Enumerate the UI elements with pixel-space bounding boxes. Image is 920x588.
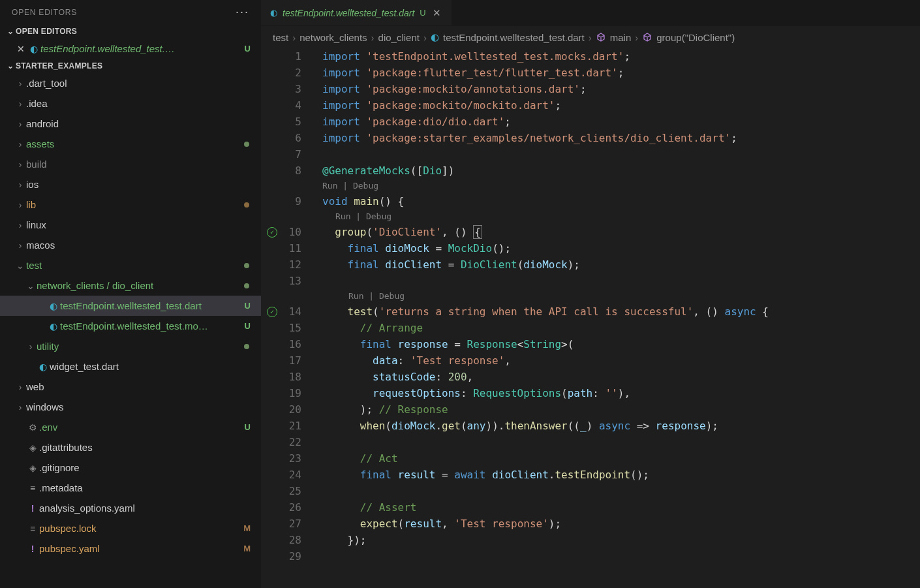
line-number[interactable]: 10: [283, 224, 301, 240]
folder-item[interactable]: ›windows: [0, 397, 261, 417]
folder-item[interactable]: ›ios: [0, 174, 261, 194]
code-line[interactable]: void main() {: [322, 193, 920, 209]
project-section-header[interactable]: ⌄ STARTER_EXAMPLES: [0, 59, 261, 73]
code-content[interactable]: import 'testEndpoint.welltested_test.moc…: [309, 48, 920, 588]
code-line[interactable]: final dioClient = DioClient(dioMock);: [322, 256, 920, 273]
close-icon[interactable]: ✕: [14, 44, 27, 54]
file-item[interactable]: ◐testEndpoint.welltested_test.dartU: [0, 296, 261, 316]
line-number[interactable]: 8: [283, 162, 301, 179]
line-number[interactable]: 26: [283, 499, 301, 516]
file-item[interactable]: !analysis_options.yaml: [0, 498, 261, 518]
code-line[interactable]: [322, 434, 920, 450]
code-line[interactable]: requestOptions: RequestOptions(path: '')…: [322, 385, 920, 401]
code-line[interactable]: });: [322, 532, 920, 548]
folder-item[interactable]: ›build: [0, 154, 261, 174]
line-number[interactable]: 21: [283, 418, 301, 434]
line-number[interactable]: 3: [283, 81, 301, 97]
folder-item[interactable]: ›utility: [0, 336, 261, 356]
file-item[interactable]: ⚙.envU: [0, 417, 261, 437]
code-line[interactable]: final result = await dioClient.testEndpo…: [322, 467, 920, 483]
close-icon[interactable]: ✕: [431, 7, 442, 19]
code-editor[interactable]: ✓✓ 1234567891011121314151617181920212223…: [261, 48, 920, 588]
file-item[interactable]: ◐widget_test.dart: [0, 356, 261, 377]
line-number[interactable]: 14: [283, 303, 301, 320]
line-number[interactable]: 11: [283, 240, 301, 256]
file-item[interactable]: !pubspec.yamlM: [0, 538, 261, 559]
code-line[interactable]: // Act: [322, 450, 920, 467]
breadcrumb-item[interactable]: network_clients: [299, 32, 367, 43]
code-line[interactable]: @GenerateMocks([Dio]): [322, 162, 920, 179]
code-line[interactable]: expect(result, 'Test response');: [322, 516, 920, 532]
code-line[interactable]: data: 'Test response',: [322, 352, 920, 369]
folder-item[interactable]: ›android: [0, 114, 261, 134]
code-line[interactable]: // Assert: [322, 499, 920, 516]
line-number[interactable]: 9: [283, 193, 301, 209]
code-line[interactable]: [322, 273, 920, 289]
line-number[interactable]: 13: [283, 273, 301, 289]
line-number[interactable]: 17: [283, 352, 301, 369]
test-pass-icon[interactable]: ✓: [267, 227, 277, 238]
code-line[interactable]: group('DioClient', () {: [322, 224, 920, 240]
code-line[interactable]: test('returns a string when the API call…: [322, 303, 920, 320]
line-number[interactable]: 25: [283, 483, 301, 499]
codelens[interactable]: Run | Debug: [322, 289, 920, 303]
file-item[interactable]: ◈.gitignore: [0, 457, 261, 478]
line-number[interactable]: 24: [283, 467, 301, 483]
line-number[interactable]: 6: [283, 130, 301, 146]
line-number[interactable]: 22: [283, 434, 301, 450]
code-line[interactable]: import 'package:flutter_test/flutter_tes…: [322, 65, 920, 81]
open-editor-item[interactable]: ✕ ◐ testEndpoint.welltested_test.… U: [0, 39, 261, 59]
folder-item[interactable]: ›.dart_tool: [0, 73, 261, 93]
breadcrumb-item[interactable]: test: [273, 32, 288, 43]
line-number[interactable]: 2: [283, 65, 301, 81]
folder-item[interactable]: ›assets: [0, 134, 261, 154]
file-item[interactable]: ◈.gitattributes: [0, 437, 261, 457]
test-pass-icon[interactable]: ✓: [267, 307, 277, 317]
line-number[interactable]: 5: [283, 114, 301, 130]
code-line[interactable]: when(dioMock.get(any)).thenAnswer((_) as…: [322, 418, 920, 434]
code-line[interactable]: import 'package:mockito/mockito.dart';: [322, 97, 920, 114]
code-line[interactable]: import 'package:dio/dio.dart';: [322, 114, 920, 130]
code-line[interactable]: final dioMock = MockDio();: [322, 240, 920, 256]
code-line[interactable]: final response = Response<String>(: [322, 336, 920, 352]
folder-item[interactable]: ⌄test: [0, 255, 261, 275]
breadcrumb-item[interactable]: main: [596, 32, 632, 43]
line-number[interactable]: 19: [283, 385, 301, 401]
line-number[interactable]: 20: [283, 401, 301, 418]
code-line[interactable]: statusCode: 200,: [322, 369, 920, 385]
code-line[interactable]: [322, 483, 920, 499]
code-line[interactable]: import 'package:starter_examples/network…: [322, 130, 920, 146]
folder-item[interactable]: ›macos: [0, 235, 261, 255]
line-number[interactable]: 28: [283, 532, 301, 548]
folder-item[interactable]: ›.idea: [0, 93, 261, 114]
line-number[interactable]: 15: [283, 320, 301, 336]
line-number[interactable]: 27: [283, 516, 301, 532]
line-number[interactable]: 29: [283, 548, 301, 565]
folder-item[interactable]: ›linux: [0, 215, 261, 235]
folder-item[interactable]: ⌄network_clients / dio_client: [0, 275, 261, 296]
line-number[interactable]: 12: [283, 256, 301, 273]
codelens[interactable]: Run | Debug: [322, 209, 920, 224]
codelens[interactable]: Run | Debug: [322, 179, 920, 193]
folder-item[interactable]: ›lib: [0, 194, 261, 215]
code-line[interactable]: import 'package:mockito/annotations.dart…: [322, 81, 920, 97]
code-line[interactable]: ); // Response: [322, 401, 920, 418]
file-item[interactable]: ◐testEndpoint.welltested_test.mo…U: [0, 316, 261, 336]
breadcrumb-item[interactable]: dio_client: [378, 32, 420, 43]
line-number[interactable]: 16: [283, 336, 301, 352]
line-number[interactable]: 18: [283, 369, 301, 385]
breadcrumb[interactable]: test›network_clients›dio_client›◐testEnd…: [261, 26, 920, 48]
folder-item[interactable]: ›web: [0, 377, 261, 397]
line-number[interactable]: 23: [283, 450, 301, 467]
more-icon[interactable]: ···: [236, 5, 249, 19]
line-number[interactable]: 7: [283, 146, 301, 162]
open-editors-section-header[interactable]: ⌄ OPEN EDITORS: [0, 24, 261, 39]
line-number[interactable]: 4: [283, 97, 301, 114]
file-item[interactable]: ≡pubspec.lockM: [0, 518, 261, 538]
breadcrumb-item[interactable]: group("DioClient"): [642, 32, 735, 43]
line-number[interactable]: 1: [283, 48, 301, 65]
breadcrumb-item[interactable]: ◐testEndpoint.welltested_test.dart: [431, 31, 585, 43]
file-item[interactable]: ≡.metadata: [0, 478, 261, 498]
code-line[interactable]: [322, 146, 920, 162]
code-line[interactable]: import 'testEndpoint.welltested_test.moc…: [322, 48, 920, 65]
